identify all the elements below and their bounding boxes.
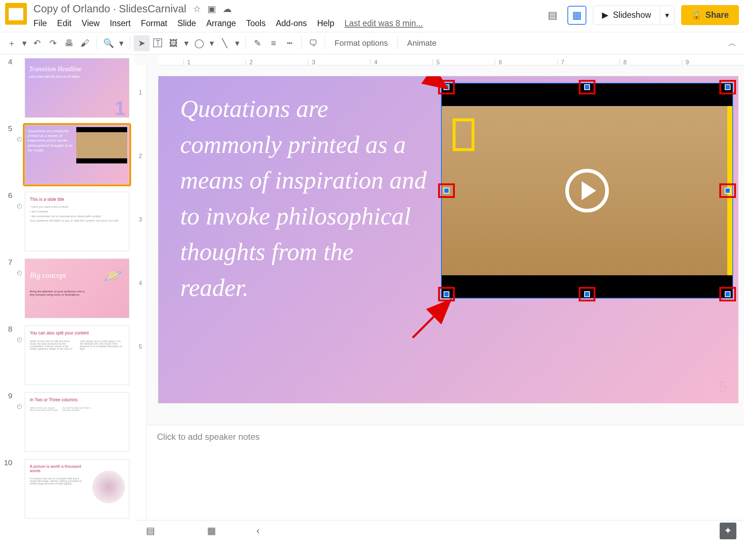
thumb-bignum: 1	[114, 96, 126, 120]
menu-arrange[interactable]: Arrange	[206, 19, 236, 28]
menu-format[interactable]: Format	[141, 19, 167, 28]
explore-icon[interactable]: ✦	[720, 523, 736, 539]
thumb-7[interactable]: Big concept Bring the attention of your …	[24, 258, 130, 319]
thumb-title: This is a slide title	[30, 197, 64, 202]
status-bar: ▤ ▦ ‹ ✦	[134, 520, 744, 541]
new-slide-dropdown-icon[interactable]: ▾	[20, 35, 29, 51]
image-icon[interactable]: 🖼	[166, 35, 182, 51]
shape-icon[interactable]: ◯	[191, 35, 207, 51]
menu-addons[interactable]: Add-ons	[276, 19, 307, 28]
thumb-title: A picture is worth a thousand words	[30, 464, 84, 473]
resize-handle-middle-right[interactable]	[719, 183, 736, 198]
animation-indicator-icon: ◴	[15, 325, 24, 343]
filmstrip-view-icon[interactable]: ▤	[142, 522, 159, 540]
resize-handle-top-left[interactable]	[438, 80, 455, 94]
document-title[interactable]: Copy of Orlando · SlidesCarnival	[33, 3, 186, 15]
vertical-ruler[interactable]: 1 2 3 4 5	[134, 65, 147, 541]
thumb-10[interactable]: A picture is worth a thousand words A co…	[24, 458, 130, 519]
header: Copy of Orlando · SlidesCarnival ☆ ▣ ☁ F…	[0, 0, 744, 28]
thumb-body: Bring the attention of your audience ove…	[30, 290, 88, 296]
line-icon[interactable]: ╲	[217, 35, 232, 51]
thumb-number: 6	[0, 191, 15, 200]
line-dropdown-icon[interactable]: ▾	[232, 35, 242, 51]
border-weight-icon[interactable]: ≡	[266, 35, 282, 51]
slideshow-dropdown-icon[interactable]: ▾	[660, 7, 674, 24]
filmstrip[interactable]: 4 Transition Headline Let's start with t…	[0, 54, 134, 541]
grid-view-icon[interactable]: ▦	[203, 522, 220, 540]
menu-edit[interactable]: Edit	[57, 19, 72, 28]
play-icon: ▶	[602, 10, 608, 20]
present-add-icon[interactable]: ▦	[567, 6, 586, 25]
collapse-toolbar-icon[interactable]: ︿	[724, 35, 740, 51]
share-button[interactable]: 🔒 Share	[681, 5, 739, 25]
thumb-title: Quotations are commonly printed as a mea…	[28, 129, 77, 153]
image-dropdown-icon[interactable]: ▾	[182, 35, 191, 51]
border-color-icon[interactable]: ✎	[250, 35, 266, 51]
menu-slide[interactable]: Slide	[178, 19, 196, 28]
play-icon[interactable]	[565, 169, 609, 212]
thumb-5[interactable]: Quotations are commonly printed as a mea…	[24, 124, 130, 185]
slide-number: 5	[719, 378, 727, 396]
thumb-title: In Two or Three columns	[30, 397, 78, 402]
move-icon[interactable]: ▣	[207, 4, 216, 14]
menu-help[interactable]: Help	[317, 19, 334, 28]
share-label: Share	[705, 10, 729, 20]
resize-handle-top-right[interactable]	[719, 80, 736, 94]
thumb-number: 7	[0, 258, 15, 267]
comment-add-icon[interactable]: 🗨	[305, 35, 321, 51]
print-icon[interactable]: 🖶	[61, 35, 77, 51]
slideshow-label: Slideshow	[613, 10, 651, 20]
menu-file[interactable]: File	[33, 19, 47, 28]
resize-handle-bottom-left[interactable]	[438, 287, 455, 301]
last-edit-link[interactable]: Last edit was 8 min...	[344, 19, 423, 28]
animation-indicator-icon: ◴	[15, 258, 24, 276]
chevron-left-icon[interactable]: ‹	[249, 522, 267, 540]
toolbar: ＋ ▾ ↶ ↷ 🖶 🖌 🔍 ▾ ➤ 🅃 🖼 ▾ ◯ ▾ ╲ ▾ ✎ ≡ ┅ 🗨 …	[0, 32, 744, 54]
shape-dropdown-icon[interactable]: ▾	[207, 35, 217, 51]
thumb-6[interactable]: This is a slide title ▫ Here you have a …	[24, 191, 130, 252]
resize-handle-bottom-middle[interactable]	[579, 287, 595, 301]
menu-insert[interactable]: Insert	[110, 19, 131, 28]
resize-handle-bottom-right[interactable]	[719, 287, 736, 301]
comments-icon[interactable]: ▤	[544, 7, 561, 24]
animation-indicator-icon: ◴	[15, 191, 24, 210]
thumb-body: Let's start with the first set of slides	[29, 75, 80, 78]
slide-canvas[interactable]: Quotations are commonly printed as a mea…	[158, 76, 738, 403]
star-icon[interactable]: ☆	[193, 4, 201, 14]
menu-tools[interactable]: Tools	[246, 19, 266, 28]
cloud-status-icon[interactable]: ☁	[223, 4, 232, 14]
redo-icon[interactable]: ↷	[45, 35, 61, 51]
animation-indicator-icon	[15, 458, 24, 469]
resize-handle-middle-left[interactable]	[438, 183, 455, 198]
thumb-4[interactable]: Transition Headline Let's start with the…	[24, 57, 130, 118]
new-slide-icon[interactable]: ＋	[4, 35, 20, 51]
thumb-8[interactable]: You can also split your content White: I…	[24, 325, 130, 386]
natgeo-logo-icon	[453, 118, 474, 151]
zoom-dropdown-icon[interactable]: ▾	[117, 35, 126, 51]
paint-format-icon[interactable]: 🖌	[77, 35, 93, 51]
slides-logo-icon[interactable]	[5, 3, 27, 25]
zoom-icon[interactable]: 🔍	[101, 35, 117, 51]
lock-icon: 🔒	[691, 10, 702, 20]
textbox-icon[interactable]: 🅃	[150, 35, 166, 51]
slideshow-button[interactable]: ▶ Slideshow ▾	[593, 5, 675, 25]
quote-text[interactable]: Quotations are commonly printed as a mea…	[180, 91, 427, 306]
thumb-number: 9	[0, 391, 15, 400]
thumb-9[interactable]: In Two or Three columns Yellow is the co…	[24, 391, 130, 453]
menu-view[interactable]: View	[82, 19, 100, 28]
menu-bar: File Edit View Insert Format Slide Arran…	[33, 15, 544, 28]
thumb-number: 4	[0, 57, 15, 66]
thumb-number: 8	[0, 325, 15, 333]
format-options-button[interactable]: Format options	[329, 38, 394, 48]
border-dash-icon[interactable]: ┅	[282, 35, 298, 51]
video-element[interactable]	[442, 84, 732, 298]
select-tool-icon[interactable]: ➤	[134, 35, 150, 51]
resize-handle-top-middle[interactable]	[579, 80, 595, 94]
horizontal-ruler[interactable]: 1 2 3 4 5 6 7 8 9	[158, 54, 744, 65]
undo-icon[interactable]: ↶	[29, 35, 45, 51]
animation-indicator-icon: ◴	[15, 124, 24, 143]
speaker-notes[interactable]: Click to add speaker notes	[147, 425, 744, 449]
animation-indicator-icon	[15, 57, 24, 68]
animate-button[interactable]: Animate	[401, 38, 442, 48]
thumb-title: Transition Headline	[29, 65, 82, 73]
